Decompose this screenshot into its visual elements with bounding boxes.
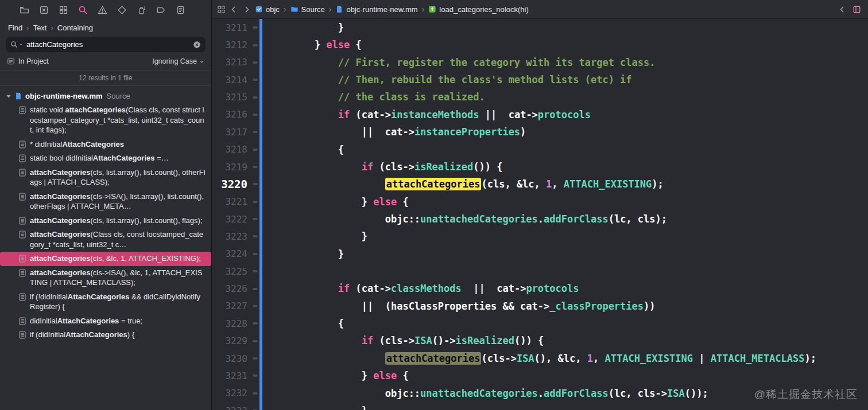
symbol-navigator-icon[interactable] (59, 5, 68, 15)
code-line[interactable]: 3223 } (212, 228, 868, 245)
find-navigator-icon[interactable] (78, 5, 88, 15)
search-result-row[interactable]: didInitialAttachCategories = true; (0, 314, 211, 329)
code-line[interactable]: 3222 objc::unattachedCategories.addForCl… (212, 210, 868, 228)
related-items-grid-icon[interactable] (217, 5, 226, 14)
code-line[interactable]: 3212 } else { (212, 36, 868, 53)
line-number[interactable]: 3230 (212, 353, 251, 364)
code-line[interactable]: 3230 attachCategories(cls->ISA(), &lc, 1… (212, 350, 868, 367)
report-navigator-icon[interactable] (176, 5, 185, 15)
search-scope-button[interactable]: In Project (7, 57, 49, 65)
doc-text-icon (19, 331, 26, 339)
source-file-icon (335, 5, 343, 13)
line-number[interactable]: 3221 (212, 196, 251, 207)
source-control-navigator-icon[interactable] (39, 5, 49, 15)
code-line[interactable]: 3211 } (212, 19, 868, 36)
code-line[interactable]: 3220 attachCategories(cls, &lc, 1, ATTAC… (212, 175, 868, 193)
line-number[interactable]: 3217 (212, 127, 251, 138)
search-result-row[interactable]: static bool didInitialAttachCategories =… (0, 151, 211, 166)
disclosure-triangle-icon[interactable] (6, 93, 11, 99)
search-input[interactable] (26, 40, 189, 49)
chevron-left-icon[interactable] (230, 5, 238, 14)
code-line[interactable]: 3226 if (cat->classMethods || cat->proto… (212, 280, 868, 297)
code-line[interactable]: 3224 } (212, 245, 868, 263)
line-number[interactable]: 3228 (212, 318, 251, 329)
search-result-row[interactable]: attachCategories(cls->ISA(), &lc, 1, ATT… (0, 266, 211, 290)
line-number[interactable]: 3231 (212, 370, 251, 381)
test-navigator-icon[interactable] (117, 5, 127, 15)
fold-ribbon-mark (251, 305, 259, 307)
code-line[interactable]: 3213 // First, register the category wit… (212, 54, 868, 71)
find-crumb-containing[interactable]: Containing (57, 24, 93, 32)
project-navigator-icon[interactable] (20, 5, 29, 15)
file-result-header[interactable]: objc-runtime-new.mmSource (0, 91, 211, 103)
find-crumb-find[interactable]: Find (8, 24, 22, 32)
chevron-down-icon (19, 42, 23, 46)
find-options-breadcrumb: Find›Text›Containing (0, 19, 211, 33)
debug-navigator-icon[interactable] (137, 5, 146, 15)
chevron-separator-icon: › (329, 5, 332, 14)
line-number[interactable]: 3214 (212, 75, 251, 85)
search-result-row[interactable]: if (didInitialAttachCategories) { (0, 328, 211, 342)
chevron-left-icon[interactable] (838, 5, 847, 14)
find-crumb-text[interactable]: Text (33, 24, 47, 32)
chevron-separator-icon: › (51, 24, 53, 32)
fold-ribbon-mark (251, 288, 259, 290)
search-result-row[interactable]: static void attachCategories(Class cls, … (0, 103, 211, 138)
line-number[interactable]: 3218 (212, 144, 251, 155)
line-number[interactable]: 3224 (212, 248, 251, 259)
line-number[interactable]: 3229 (212, 335, 251, 346)
editor-options-icon[interactable] (852, 5, 861, 14)
jump-bar-item[interactable]: Source (290, 5, 325, 14)
search-field[interactable] (6, 37, 206, 52)
doc-text-icon (19, 317, 26, 325)
search-result-row[interactable]: if (!didInitialAttachCategories && didCa… (0, 290, 211, 314)
code-line[interactable]: 3217 || cat->instanceProperties) (212, 123, 868, 140)
code-line[interactable]: 3233 } (212, 402, 868, 410)
code-line[interactable]: 3216 if (cat->instanceMethods || cat->pr… (212, 106, 868, 123)
breakpoint-navigator-icon[interactable] (156, 5, 166, 15)
search-result-row[interactable]: attachCategories(cls, list.array(), list… (0, 166, 211, 190)
search-options-button[interactable] (10, 41, 23, 48)
search-result-row[interactable]: attachCategories(cls->ISA(), list.array(… (0, 190, 211, 214)
line-number[interactable]: 3220 (212, 178, 251, 190)
doc-text-icon (19, 193, 26, 201)
code-line[interactable]: 3214 // Then, rebuild the class's method… (212, 71, 868, 88)
code-line[interactable]: 3225 (212, 263, 868, 280)
line-number[interactable]: 3227 (212, 300, 251, 311)
code-line[interactable]: 3219 if (cls->isRealized()) { (212, 158, 868, 175)
search-result-row[interactable]: attachCategories(cls, &lc, 1, ATTACH_EXI… (0, 252, 211, 266)
jump-bar-item[interactable]: objc (255, 5, 280, 14)
line-number[interactable]: 3233 (212, 405, 251, 410)
issue-navigator-icon[interactable] (98, 5, 107, 15)
jump-bar-item[interactable]: objc-runtime-new.mm (335, 5, 417, 14)
code-line[interactable]: 3231 } else { (212, 367, 868, 384)
code-line[interactable]: 3221 } else { (212, 193, 868, 210)
code-line[interactable]: 3228 { (212, 315, 868, 332)
code-line[interactable]: 3218 { (212, 141, 868, 158)
result-text: if (didInitialAttachCategories) { (30, 330, 134, 340)
jump-bar-item-label: Source (301, 5, 325, 14)
line-number[interactable]: 3222 (212, 214, 251, 225)
clear-search-button[interactable] (193, 41, 201, 49)
line-number[interactable]: 3216 (212, 109, 251, 120)
code-line[interactable]: 3229 if (cls->ISA()->isRealized()) { (212, 332, 868, 349)
line-number[interactable]: 3211 (212, 22, 251, 33)
line-number[interactable]: 3215 (212, 92, 251, 103)
line-number[interactable]: 3225 (212, 266, 251, 277)
line-number[interactable]: 3212 (212, 40, 251, 50)
case-option-dropdown[interactable]: Ignoring Case (152, 57, 204, 65)
line-number[interactable]: 3213 (212, 57, 251, 68)
line-number[interactable]: 3219 (212, 162, 251, 173)
line-number[interactable]: 3232 (212, 388, 251, 399)
code-line[interactable]: 3227 || (hasClassProperties && cat->_cla… (212, 298, 868, 315)
search-result-row[interactable]: attachCategories(cls, list.array(), list… (0, 214, 211, 228)
jump-bar-item[interactable]: fload_categories_nolock(hi) (428, 5, 528, 14)
line-number[interactable]: 3223 (212, 231, 251, 242)
search-result-row[interactable]: attachCategories(Class cls, const locsta… (0, 228, 211, 252)
line-number[interactable]: 3226 (212, 283, 251, 294)
code-text: } (262, 19, 344, 36)
file-name: objc-runtime-new.mm (25, 92, 103, 100)
code-line[interactable]: 3215 // the class is realized. (212, 88, 868, 106)
chevron-right-icon[interactable] (242, 5, 251, 14)
search-result-row[interactable]: * didInitialAttachCategories (0, 138, 211, 152)
